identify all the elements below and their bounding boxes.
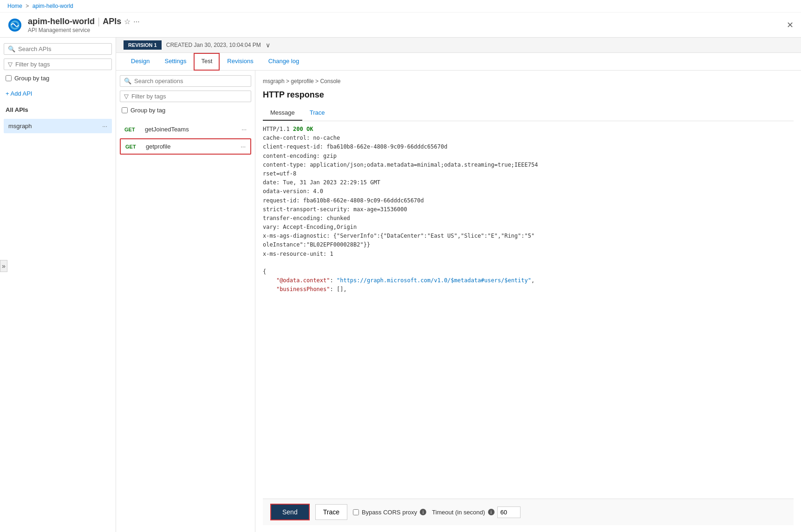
sidebar-group-by-checkbox[interactable]: [6, 75, 12, 81]
bypass-cors-container: Bypass CORS proxy i: [353, 509, 426, 516]
ops-filter-input[interactable]: [131, 93, 247, 100]
app-section: APIs: [103, 17, 121, 26]
ops-group-by: Group by tag: [120, 106, 251, 115]
op-name-getprofile: getprofile: [142, 143, 241, 150]
sidebar-group-by: Group by tag: [4, 74, 112, 83]
ops-list: GET getJoinedTeams ··· GET getprofile ··…: [120, 122, 251, 155]
revision-bar: REVISION 1 CREATED Jan 30, 2023, 10:04:0…: [116, 38, 801, 53]
right-panel: msgraph > getprofile > Console HTTP resp…: [255, 71, 801, 532]
revision-info: CREATED Jan 30, 2023, 10:04:04 PM: [166, 42, 261, 48]
content-area: REVISION 1 CREATED Jan 30, 2023, 10:04:0…: [116, 38, 801, 532]
tab-design[interactable]: Design: [124, 53, 157, 70]
bypass-cors-info-icon[interactable]: i: [420, 509, 426, 515]
op-dots-getprofile[interactable]: ···: [241, 143, 246, 150]
tab-changelog[interactable]: Change log: [261, 53, 307, 70]
top-bar: apim-hello-world | APIs ☆ ··· API Manage…: [0, 13, 801, 38]
op-method-getprofile: GET: [125, 144, 142, 149]
operations-panel: 🔍 ▽ Group by tag GET getJoinedTeams ···: [116, 71, 255, 532]
response-body: HTTP/1.1 200 OK cache-control: no-cache …: [263, 121, 794, 499]
breadcrumb-separator: >: [26, 3, 29, 9]
sidebar-add-api-button[interactable]: + Add API: [4, 88, 112, 99]
api-tabs: Design Settings Test Revisions Change lo…: [116, 53, 801, 71]
ops-search-box[interactable]: 🔍: [120, 75, 251, 87]
trace-button[interactable]: Trace: [315, 504, 347, 520]
app-title: apim-hello-world: [28, 17, 95, 26]
ops-search-icon: 🔍: [124, 78, 131, 84]
api-item-name-msgraph: msgraph: [8, 123, 32, 130]
revision-chevron-down-icon[interactable]: ∨: [266, 41, 270, 49]
close-icon[interactable]: ✕: [787, 20, 794, 30]
ellipsis-icon[interactable]: ···: [133, 18, 139, 26]
api-item-dots-msgraph[interactable]: ···: [102, 123, 107, 130]
sidebar-filter-input[interactable]: [15, 61, 108, 68]
tab-test[interactable]: Test: [194, 53, 220, 71]
sidebar-api-item-msgraph[interactable]: msgraph ···: [4, 119, 112, 133]
search-icon: 🔍: [8, 45, 15, 52]
ops-group-by-label: Group by tag: [130, 107, 165, 114]
sidebar-filter-box[interactable]: ▽: [4, 58, 112, 70]
ops-search-input[interactable]: [134, 78, 247, 84]
tab-revisions[interactable]: Revisions: [220, 53, 260, 70]
timeout-label-text: Timeout (in second): [432, 509, 485, 516]
response-title: HTTP response: [263, 90, 794, 100]
star-icon[interactable]: ☆: [124, 17, 130, 26]
ops-filter-box[interactable]: ▽: [120, 91, 251, 102]
sidebar-collapse-button[interactable]: »: [0, 260, 7, 272]
sidebar-search-box[interactable]: 🔍: [4, 43, 112, 55]
bypass-cors-checkbox[interactable]: [353, 509, 359, 515]
ops-group-by-checkbox[interactable]: [122, 107, 128, 113]
response-tab-trace[interactable]: Trace: [302, 105, 332, 121]
bottom-bar: Send Trace Bypass CORS proxy i Timeout (…: [263, 499, 794, 525]
app-subtitle: API Management service: [28, 27, 140, 33]
tab-settings[interactable]: Settings: [157, 53, 194, 70]
op-name-getjoinedteams: getJoinedTeams: [141, 126, 241, 133]
timeout-container: Timeout (in second) i: [432, 506, 520, 518]
apim-icon: [7, 18, 22, 32]
ops-filter-icon: ▽: [124, 93, 129, 100]
response-tab-message[interactable]: Message: [263, 105, 302, 121]
console-breadcrumb: msgraph > getprofile > Console: [263, 78, 794, 84]
response-headers: cache-control: no-cache client-request-i…: [263, 135, 538, 292]
breadcrumb-home[interactable]: Home: [7, 3, 22, 9]
add-api-label: + Add API: [6, 90, 32, 97]
all-apis-title: All APIs: [4, 104, 112, 115]
main-layout: » 🔍 ▽ Group by tag + Add API All APIs ms…: [0, 38, 801, 532]
title-divider: |: [98, 16, 100, 27]
sidebar-search-input[interactable]: [18, 45, 108, 52]
bypass-cors-label: Bypass CORS proxy: [362, 509, 417, 516]
sidebar-group-by-label: Group by tag: [14, 75, 49, 82]
send-button[interactable]: Send: [270, 504, 310, 520]
op-method-getjoinedteams: GET: [124, 127, 141, 132]
response-tabs: Message Trace: [263, 105, 794, 121]
revision-badge: REVISION 1: [124, 40, 162, 50]
filter-icon: ▽: [8, 61, 13, 68]
timeout-input[interactable]: [497, 506, 521, 518]
op-item-getjoinedteams[interactable]: GET getJoinedTeams ···: [120, 122, 251, 136]
op-dots-getjoinedteams[interactable]: ···: [241, 126, 247, 133]
split-pane: 🔍 ▽ Group by tag GET getJoinedTeams ···: [116, 71, 801, 532]
sidebar: » 🔍 ▽ Group by tag + Add API All APIs ms…: [0, 38, 116, 532]
breadcrumb-current[interactable]: apim-hello-world: [33, 3, 73, 9]
op-item-getprofile[interactable]: GET getprofile ···: [120, 138, 251, 155]
http-status: HTTP/1.1 200 OK: [263, 126, 313, 132]
timeout-info-icon[interactable]: i: [488, 509, 495, 515]
